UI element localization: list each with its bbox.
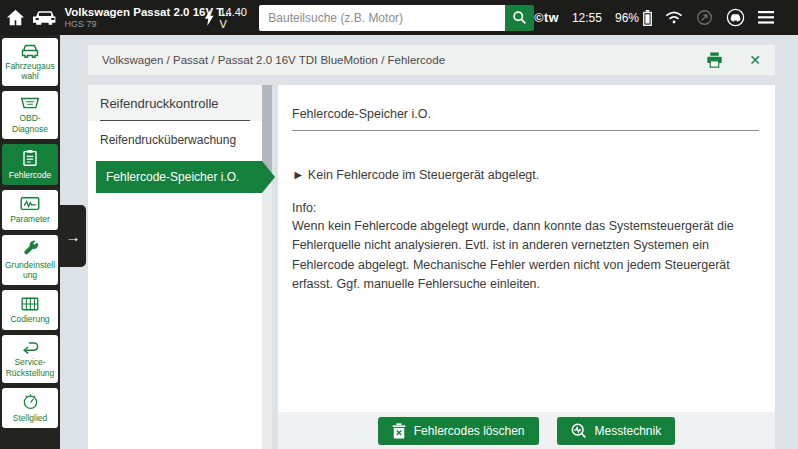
battery-icon — [643, 10, 652, 26]
search-button[interactable] — [505, 5, 534, 31]
code-table-icon — [21, 297, 39, 311]
sidebar-item-label: Stellglied — [13, 413, 48, 423]
result-content: Fehlercode-Speicher i.O. ► Kein Fehlerco… — [278, 85, 775, 412]
sidebar-item-label: Grundeinstellung — [3, 260, 57, 280]
action-bar: Fehlercodes löschen Messtechnik — [278, 412, 775, 449]
battery-status: 96% — [615, 10, 652, 26]
breadcrumb: Volkswagen / Passat / Passat 2.0 16V TDI… — [102, 54, 445, 66]
sidebar-item-label: OBD-Diagnose — [3, 113, 57, 133]
module-sidebar: Fahrzeugauswahl OBD-Diagnose Fehlercode — [0, 35, 60, 449]
lightning-icon — [204, 9, 214, 26]
sidebar-item-grundeinstellung[interactable]: Grundeinstellung — [2, 235, 58, 285]
menu-icon[interactable] — [758, 11, 774, 24]
result-line: ► Kein Fehlercode im Steuergerät abgeleg… — [292, 168, 759, 182]
component-search — [259, 5, 534, 31]
messtechnik-button[interactable]: Messtechnik — [557, 417, 676, 445]
battery-voltage: 14.40 V — [204, 6, 247, 30]
info-text: Wenn kein Fehlercode abgelegt wurde, dan… — [292, 217, 770, 295]
sidebar-item-fehlercode[interactable]: Fehlercode — [2, 144, 58, 185]
delete-faultcodes-label: Fehlercodes löschen — [414, 424, 525, 438]
car-icon — [20, 43, 40, 58]
system-panel: Reifendruckkontrolle Reifendrucküberwach… — [88, 85, 262, 449]
gauge-icon — [22, 393, 39, 410]
panel-item-label: Fehlercode-Speicher i.O. — [106, 170, 239, 184]
sidebar-item-label: Fahrzeugauswahl — [3, 61, 57, 81]
sidebar-expand-tab[interactable]: → — [60, 205, 86, 267]
sidebar-item-label: Parameter — [10, 214, 50, 224]
sidebar-item-label: Codierung — [10, 314, 49, 324]
return-arrow-icon — [21, 340, 40, 354]
panel-scrollbar[interactable] — [262, 85, 272, 449]
expand-arrow-icon: → — [66, 228, 81, 245]
status-cluster: ©tw 12:55 96% — [534, 8, 798, 27]
app-window: Volkswagen Passat 2.0 16V T... HGS 79 14… — [0, 0, 798, 449]
info-label: Info: — [292, 201, 759, 215]
vehicle-button[interactable] — [31, 10, 59, 26]
vehicle-title: Volkswagen Passat 2.0 16V T... — [64, 6, 196, 19]
device-id: HGS 79 — [64, 19, 196, 29]
scrollbar-thumb[interactable] — [262, 85, 272, 173]
search-input[interactable] — [259, 5, 505, 31]
messtechnik-label: Messtechnik — [595, 424, 662, 438]
sidebar-item-obd-diagnose[interactable]: OBD-Diagnose — [2, 91, 58, 138]
panel-title: Reifendruckkontrolle — [100, 85, 250, 121]
panel-item-label: Reifendrucküberwachung — [100, 133, 236, 147]
search-icon — [512, 10, 527, 25]
sidebar-item-fahrzeugauswahl[interactable]: Fahrzeugauswahl — [2, 38, 58, 86]
scope-search-icon — [571, 423, 587, 439]
clipboard-icon — [22, 149, 38, 167]
battery-percent: 96% — [615, 11, 639, 25]
panel-header: Reifendruckkontrolle — [88, 85, 262, 121]
content-title: Fehlercode-Speicher i.O. — [292, 107, 759, 121]
waveform-icon — [20, 196, 40, 211]
sidebar-item-service-rueckstellung[interactable]: Service-Rückstellung — [2, 335, 58, 382]
vehicle-info[interactable]: Volkswagen Passat 2.0 16V T... HGS 79 — [64, 6, 196, 30]
top-bar: Volkswagen Passat 2.0 16V T... HGS 79 14… — [0, 0, 798, 35]
sidebar-item-parameter[interactable]: Parameter — [2, 190, 58, 230]
trash-icon — [392, 423, 406, 439]
sidebar-item-codierung[interactable]: Codierung — [2, 290, 58, 330]
title-divider — [292, 130, 759, 131]
brand-logo: ©tw — [534, 11, 559, 25]
breadcrumb-bar: Volkswagen / Passat / Passat 2.0 16V TDI… — [88, 45, 775, 75]
sidebar-item-label: Fehlercode — [9, 170, 52, 180]
panel-item-reifendrucküberwachung[interactable]: Reifendrucküberwachung — [88, 121, 262, 159]
vehicle-icon — [32, 10, 58, 26]
delete-faultcodes-button[interactable]: Fehlercodes löschen — [378, 417, 539, 445]
close-button[interactable]: ✕ — [749, 53, 761, 67]
sidebar-item-stellglied[interactable]: Stellglied — [2, 388, 58, 428]
close-icon: ✕ — [749, 52, 761, 68]
connection-icon-disabled[interactable] — [696, 9, 713, 26]
clock: 12:55 — [572, 11, 602, 25]
wifi-icon[interactable] — [665, 11, 683, 24]
print-button[interactable] — [706, 52, 723, 68]
home-icon — [6, 9, 25, 26]
wrench-icon — [22, 240, 39, 257]
home-button[interactable] — [0, 9, 31, 26]
car-connect-icon[interactable] — [726, 8, 745, 27]
voltage-value: 14.40 V — [219, 6, 247, 30]
sidebar-item-label: Service-Rückstellung — [3, 357, 57, 377]
obd-connector-icon — [20, 96, 40, 110]
panel-item-fehlercode-speicher[interactable]: Fehlercode-Speicher i.O. — [96, 161, 262, 193]
